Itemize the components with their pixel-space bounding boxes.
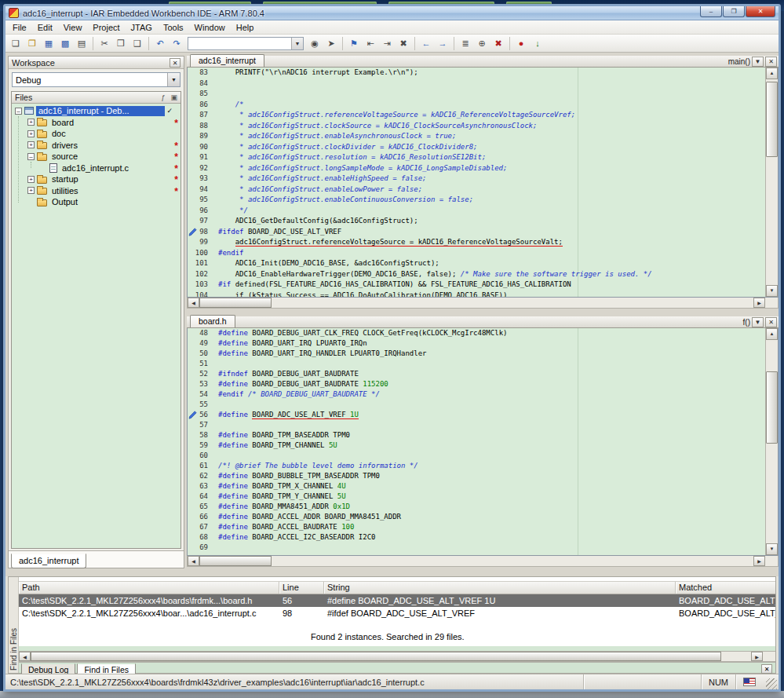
- close-icon[interactable]: ✕: [170, 58, 181, 68]
- column-header-matched[interactable]: Matched: [676, 582, 775, 594]
- code-line[interactable]: 86 /*: [188, 100, 765, 111]
- navigate-forward-button[interactable]: →: [435, 36, 450, 51]
- results-column-header[interactable]: PathLineStringMatched: [19, 581, 775, 594]
- code-line[interactable]: 49#define BOARD_UART_IRQ LPUART0_IRQn: [188, 338, 765, 349]
- scroll-left-button[interactable]: ◀: [19, 652, 31, 661]
- new-document-button[interactable]: ❏: [8, 36, 24, 51]
- menu-project[interactable]: Project: [87, 21, 125, 34]
- make-button[interactable]: ≣: [458, 36, 473, 51]
- tree-item-doc[interactable]: +doc: [12, 128, 181, 140]
- editor-tab-adc16-interrupt[interactable]: adc16_interrupt: [190, 54, 264, 67]
- chevron-down-icon[interactable]: ▼: [291, 38, 303, 49]
- expand-icon[interactable]: +: [27, 187, 35, 194]
- code-line[interactable]: 48#define BOARD_DEBUG_UART_CLK_FREQ CLOC…: [188, 328, 765, 338]
- tree-item-output[interactable]: Output: [12, 196, 181, 208]
- print-button[interactable]: ▤: [74, 36, 89, 51]
- scroll-down-button[interactable]: ▼: [766, 285, 778, 297]
- code-line[interactable]: 67#define BOARD_ACCEL_BAUDRATE 100: [188, 522, 765, 532]
- tree-item-adc16-interrupt-deb[interactable]: –adc16_interrupt - Deb...✓: [12, 105, 181, 117]
- files-column-header[interactable]: Files ƒ ▣: [12, 92, 181, 104]
- scroll-right-button[interactable]: ▶: [753, 298, 765, 308]
- code-line[interactable]: 65#define BOARD_MMA8451_ADDR 0x1D: [188, 502, 765, 512]
- code-line[interactable]: 94 * adc16ConfigStruct.enableLowPower = …: [188, 185, 765, 196]
- scrollbar-thumb[interactable]: [199, 556, 272, 566]
- code-line[interactable]: 102 ADC16_EnableHardwareTrigger(DEMO_ADC…: [188, 269, 765, 280]
- code-line[interactable]: 63#define BOARD_TPM_X_CHANNEL 4U: [188, 481, 765, 492]
- workspace-tab-adc16-interrupt[interactable]: adc16_interrupt: [11, 554, 86, 568]
- code-line[interactable]: 57: [188, 420, 765, 430]
- code-line[interactable]: 99 adc16ConfigStruct.referenceVoltageSou…: [188, 237, 765, 248]
- function-selector[interactable]: main(): [728, 57, 750, 66]
- code-line[interactable]: 54#endif /* BOARD_DEBUG_UART_BAUDRATE */: [188, 389, 765, 400]
- close-button[interactable]: ✕: [746, 6, 775, 17]
- code-line[interactable]: 91 * adc16ConfigStruct.resolution = kADC…: [188, 152, 765, 163]
- result-row[interactable]: C:\test\SDK_2.2.1_MKL27Z256xxx4\boards\f…: [19, 594, 775, 607]
- code-line[interactable]: 85: [188, 89, 765, 100]
- code-line[interactable]: 52#ifndef BOARD_DEBUG_UART_BAUDRATE: [188, 369, 765, 379]
- menu-edit[interactable]: Edit: [32, 21, 58, 34]
- compile-button[interactable]: ⊕: [474, 36, 490, 51]
- download-and-debug-button[interactable]: ↓: [530, 36, 545, 51]
- column-header-string[interactable]: String: [324, 582, 676, 594]
- close-icon[interactable]: ✕: [765, 57, 777, 67]
- results-horizontal-scrollbar[interactable]: ◀▶: [19, 651, 775, 662]
- code-line[interactable]: 90 * adc16ConfigStruct.clockDivider = kA…: [188, 142, 765, 153]
- code-line[interactable]: 68#define BOARD_ACCEL_I2C_BASEADDR I2C0: [188, 532, 765, 543]
- code-line[interactable]: 55: [188, 400, 765, 410]
- column-header-line[interactable]: Line: [279, 582, 324, 594]
- code-line[interactable]: 83 PRINTF("\r\nADC16 interrupt Example.\…: [188, 68, 765, 79]
- scroll-left-button[interactable]: ◀: [188, 556, 199, 566]
- scroll-down-button[interactable]: ▼: [766, 543, 778, 555]
- code-line[interactable]: 64#define BOARD_TPM_Y_CHANNEL 5U: [188, 492, 765, 502]
- code-editor-board-h[interactable]: 48#define BOARD_DEBUG_UART_CLK_FREQ CLOC…: [187, 328, 779, 556]
- chevron-down-icon[interactable]: ▼: [752, 317, 764, 327]
- find-next-button[interactable]: ➤: [323, 36, 339, 51]
- bookmark-icon[interactable]: [188, 228, 197, 236]
- menu-tools[interactable]: Tools: [158, 21, 189, 34]
- code-line[interactable]: 84: [188, 79, 765, 90]
- stop-build-button[interactable]: ✖: [490, 36, 506, 51]
- code-line[interactable]: 89 * adc16ConfigStruct.enableAsynchronou…: [188, 131, 765, 142]
- previous-bookmark-button[interactable]: ⇤: [363, 36, 378, 51]
- configuration-dropdown[interactable]: Debug ▼: [12, 72, 181, 87]
- code-line[interactable]: 98#ifdef BOARD_ADC_USE_ALT_VREF: [188, 227, 765, 238]
- vertical-scrollbar[interactable]: ▲▼: [765, 328, 778, 555]
- menu-jtag[interactable]: JTAG: [126, 21, 158, 34]
- expand-icon[interactable]: +: [27, 119, 35, 126]
- expand-icon[interactable]: +: [27, 176, 35, 183]
- menu-file[interactable]: File: [7, 21, 32, 34]
- code-line[interactable]: 96 */: [188, 206, 765, 217]
- debug-button[interactable]: ●: [513, 36, 529, 51]
- code-line[interactable]: 59#define BOARD_TPM_CHANNEL 5U: [188, 440, 765, 451]
- code-line[interactable]: 53#define BOARD_DEBUG_UART_BAUDRATE 1152…: [188, 379, 765, 389]
- maximize-button[interactable]: ❐: [723, 6, 745, 17]
- workspace-header[interactable]: Workspace ✕: [9, 57, 184, 69]
- code-line[interactable]: 69: [188, 543, 765, 553]
- close-icon[interactable]: ✕: [765, 317, 777, 327]
- scrollbar-thumb[interactable]: [766, 82, 778, 157]
- code-line[interactable]: 101 ADC16_Init(DEMO_ADC16_BASE, &adc16Co…: [188, 258, 765, 269]
- menu-window[interactable]: Window: [189, 21, 231, 34]
- code-content[interactable]: 48#define BOARD_DEBUG_UART_CLK_FREQ CLOC…: [188, 328, 765, 555]
- scroll-up-button[interactable]: ▲: [766, 68, 778, 79]
- copy-button[interactable]: ❒: [113, 36, 129, 51]
- next-bookmark-button[interactable]: ⇥: [379, 36, 395, 51]
- chevron-down-icon[interactable]: ▼: [752, 57, 764, 67]
- code-line[interactable]: 61/*! @brief The bubble level demo infor…: [188, 461, 765, 471]
- code-line[interactable]: 93 * adc16ConfigStruct.enableHighSpeed =…: [188, 174, 765, 185]
- code-line[interactable]: 60: [188, 451, 765, 461]
- scroll-right-button[interactable]: ▶: [751, 652, 763, 661]
- function-selector[interactable]: f(): [743, 318, 750, 327]
- scrollbar-thumb[interactable]: [766, 371, 778, 444]
- undo-button[interactable]: ↶: [152, 36, 168, 51]
- tree-item-drivers[interactable]: +drivers*: [12, 140, 181, 152]
- column-header-path[interactable]: Path: [19, 582, 279, 594]
- tree-item-utilities[interactable]: +utilities*: [12, 185, 181, 197]
- resize-grip[interactable]: [766, 678, 777, 689]
- scrollbar-thumb[interactable]: [199, 298, 272, 308]
- code-line[interactable]: 95 * adc16ConfigStruct.enableContinuousC…: [188, 195, 765, 206]
- code-line[interactable]: 104 if (kStatus_Success == ADC16_DoAutoC…: [188, 291, 765, 298]
- title-bar[interactable]: adc16_interrupt - IAR Embedded Workbench…: [5, 6, 779, 20]
- scrollbar-thumb[interactable]: [31, 652, 721, 661]
- result-row[interactable]: C:\test\SDK_2.2.1_MKL27Z256xxx4\boar...\…: [19, 607, 775, 619]
